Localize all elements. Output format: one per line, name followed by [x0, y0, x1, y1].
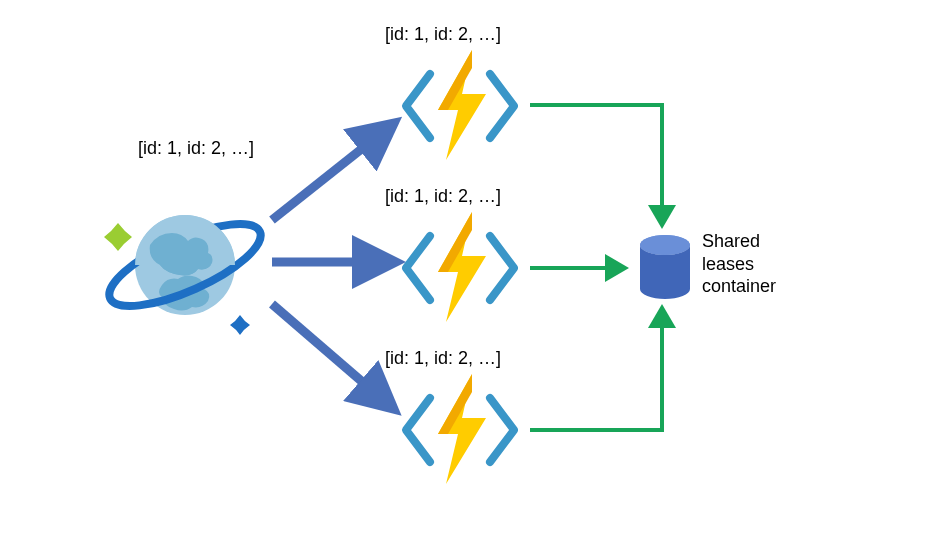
svg-point-6	[640, 235, 690, 255]
database-label-line2: leases	[702, 254, 754, 274]
database-label-line1: Shared	[702, 231, 760, 251]
database-label: Shared leases container	[702, 230, 776, 298]
database-icon	[638, 234, 692, 300]
arrow-fn3-to-db	[0, 0, 950, 534]
database-label-line3: container	[702, 276, 776, 296]
